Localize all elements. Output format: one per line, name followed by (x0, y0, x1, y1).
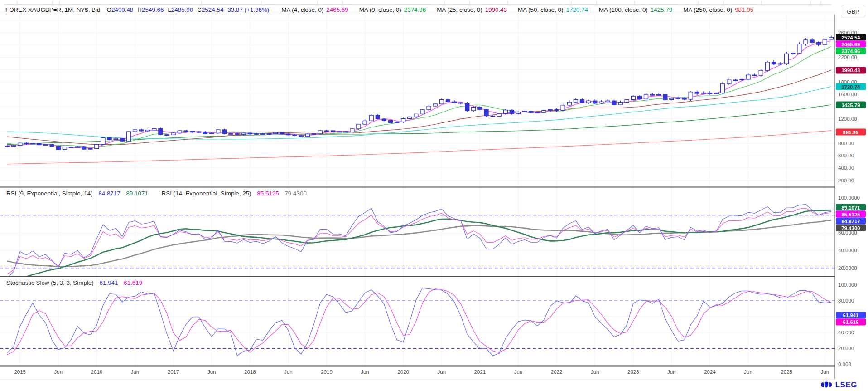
time-axis-label: Jun (438, 369, 446, 375)
price-axis-tick: 1600.00 (838, 92, 857, 97)
time-axis-label: 2019 (321, 369, 333, 375)
price-axis-tick: 2200.00 (838, 54, 857, 60)
price-badge: 2524.54 (836, 34, 866, 41)
ma-legend-100[interactable]: MA (100, close, 0)1425.79 (599, 6, 672, 13)
ohlc-values: O2490.48H2549.66L2485.90C2524.54 (106, 6, 227, 13)
ohlc-o: O2490.48 (106, 6, 133, 13)
rsi-value-3: 85.5125 (257, 190, 279, 197)
rsi-badge: 84.8717 (836, 218, 866, 225)
time-axis-label: 2016 (91, 369, 103, 375)
price-badge: 2374.96 (836, 48, 866, 54)
rsi-legend[interactable]: RSI (9, Exponential, Simple, 14) 84.8717… (6, 190, 311, 197)
rsi-axis-tick: 100.0000 (838, 195, 860, 200)
time-axis-label: Jun (744, 369, 752, 375)
stoch-axis-tick: 20.000 (838, 346, 854, 351)
time-axis-label: 2018 (244, 369, 256, 375)
price-axis-tick: 400.00 (838, 165, 854, 171)
time-axis-label: Jun (207, 369, 216, 375)
time-axis[interactable]: 2015Jun2016Jun2017Jun2018Jun2019Jun2020J… (0, 367, 835, 379)
price-badge: 1720.74 (836, 83, 866, 90)
time-axis-label: 2020 (397, 369, 409, 375)
rsi-value-1: 84.8717 (98, 190, 120, 197)
price-axis-tick: 800.00 (838, 141, 854, 146)
currency-button[interactable]: GBP (841, 5, 865, 18)
time-axis-label: Jun (131, 369, 140, 375)
time-axis-label: 2023 (627, 369, 639, 375)
stoch-k-value: 61.941 (100, 279, 118, 286)
stoch-d-value: 61.619 (124, 279, 142, 286)
ma-legend-25[interactable]: MA (25, close, 0)1990.43 (437, 6, 507, 13)
time-axis-label: 2021 (474, 369, 486, 375)
time-axis-label: 2024 (704, 369, 716, 375)
candlesticks (5, 36, 834, 150)
rsi14-line (7, 208, 831, 274)
stoch-d-line (7, 289, 831, 355)
rsi-badge: 85.5125 (836, 211, 866, 218)
lseg-logo-text: LSEG (835, 381, 857, 390)
stoch-axis-tick: 0.000 (838, 362, 851, 367)
ma-legend-group: MA (4, close, 0)2465.69MA (9, close, 0)2… (281, 6, 764, 13)
time-axis-label: Jun (667, 369, 676, 375)
ma-legend-50[interactable]: MA (50, close, 0)1720.74 (518, 6, 588, 13)
time-axis-label: Jun (361, 369, 369, 375)
price-axis-tick: 600.00 (838, 153, 854, 158)
price-panel[interactable] (5, 36, 834, 164)
ohlc-h: H2549.66 (137, 6, 164, 13)
time-axis-label: Jun (821, 369, 829, 375)
stoch-axis-tick: 40.000 (838, 330, 854, 335)
rsi-badge: 79.4300 (836, 225, 866, 231)
price-badge: 981.95 (836, 129, 866, 136)
ohlc-l: L2485.90 (168, 6, 193, 13)
time-axis-label: Jun (591, 369, 599, 375)
lseg-logo: LSEG (820, 381, 857, 390)
rsi-badge: 89.1071 (836, 204, 866, 211)
top-toolbar-strip (4, 1, 832, 5)
price-axis-tick: 200.00 (838, 178, 854, 183)
ma-legend-250[interactable]: MA (250, close, 0)981.95 (683, 6, 753, 13)
time-axis-label: 2025 (781, 369, 792, 375)
time-axis-label: Jun (514, 369, 523, 375)
stoch-legend[interactable]: Stochastic Slow (5, 3, 3, Simple) 61.941… (6, 279, 146, 286)
time-axis-label: 2017 (168, 369, 179, 375)
rsi-axis-tick: 20.0000 (838, 265, 857, 271)
price-badge: 2465.69 (836, 41, 866, 48)
chart-legend-bar: FOREX XAUGBP=R, 1M, NY$, Bid O2490.48H25… (5, 5, 764, 15)
ma-legend-9[interactable]: MA (9, close, 0)2374.96 (359, 6, 426, 13)
change-value: 33.87 (+1.36%) (227, 6, 269, 13)
rsi-label-1: RSI (9, Exponential, Simple, 14) (6, 190, 93, 197)
stoch-axis-tick: 100.000 (838, 282, 857, 288)
price-badge: 1990.43 (836, 67, 866, 73)
rsi-value-4: 79.4300 (285, 190, 306, 197)
charting-app: { "header": { "symbol": "FOREX XAUGBP=R,… (0, 0, 868, 391)
stoch-label: Stochastic Slow (5, 3, 3, Simple) (6, 279, 94, 286)
rsi-axis-tick: 40.0000 (838, 248, 857, 253)
stoch-badge: 61.941 (836, 312, 866, 318)
stoch-badge: 61.619 (836, 318, 866, 325)
price-axis[interactable]: 2600.002200.001800.001600.001200.00800.0… (835, 0, 868, 391)
lseg-crest-icon (820, 381, 833, 390)
time-axis-label: Jun (284, 369, 293, 375)
rsi-value-2: 89.1071 (126, 190, 148, 197)
time-axis-label: Jun (54, 369, 63, 375)
symbol-title[interactable]: FOREX XAUGBP=R, 1M, NY$, Bid (5, 6, 100, 13)
rsi-label-2: RSI (14, Exponential, Simple, 25) (162, 190, 251, 197)
ohlc-c: C2524.54 (197, 6, 223, 13)
stoch-axis-tick: 80.000 (838, 298, 854, 303)
ma-legend-4[interactable]: MA (4, close, 0)2465.69 (281, 6, 348, 13)
price-axis-tick: 1200.00 (838, 116, 857, 122)
time-axis-label: 2022 (551, 369, 563, 375)
price-badge: 1425.79 (836, 102, 866, 108)
time-axis-label: 2015 (14, 369, 26, 375)
